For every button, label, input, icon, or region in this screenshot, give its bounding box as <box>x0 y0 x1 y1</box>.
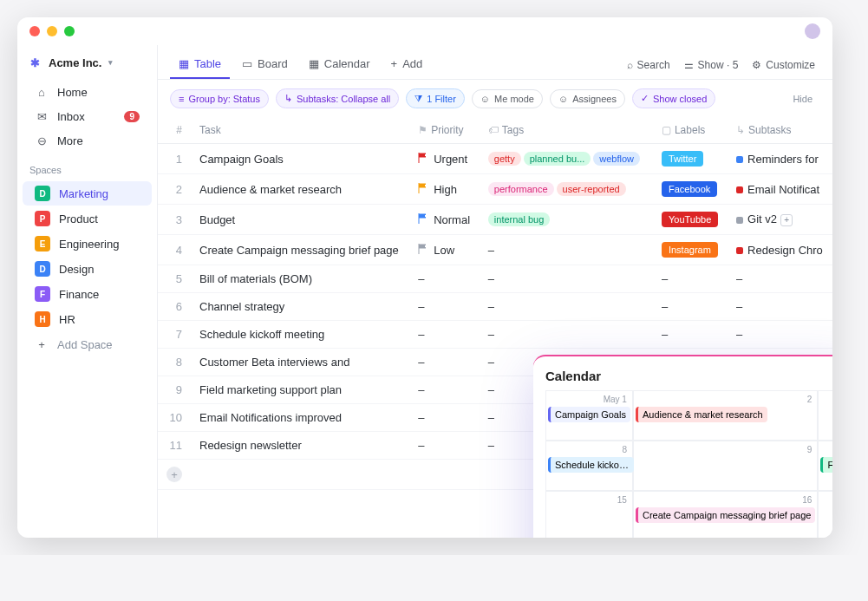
calendar-cell[interactable]: 17 <box>818 491 832 538</box>
task-name[interactable]: Budget <box>191 205 409 235</box>
calendar-cell[interactable]: 3 <box>818 390 832 441</box>
labels-cell[interactable]: Facebook <box>653 174 728 205</box>
labels-cell[interactable]: Instagram <box>653 235 728 265</box>
task-name[interactable]: Customer Beta interviews and <box>191 349 409 376</box>
priority-cell[interactable]: – <box>409 404 480 432</box>
labels-cell[interactable]: YouTubbe <box>653 205 728 235</box>
calendar-cell[interactable]: 2Audience & market research <box>633 390 818 441</box>
table-row[interactable]: 2 Audience & market research High perfor… <box>158 174 832 205</box>
show-button[interactable]: ⚌Show · 5 <box>679 56 744 75</box>
priority-cell[interactable]: – <box>409 265 480 293</box>
tag-chip[interactable]: planned bu... <box>524 152 591 166</box>
calendar-event[interactable]: Audience & market research <box>636 407 767 422</box>
priority-cell[interactable]: Low <box>409 235 480 265</box>
col-labels[interactable]: ▢Labels <box>653 117 728 144</box>
tag-chip[interactable]: getty <box>488 152 521 166</box>
priority-cell[interactable]: – <box>409 321 480 349</box>
calendar-cell[interactable]: 15 <box>545 491 633 538</box>
task-name[interactable]: Audience & market research <box>191 174 409 205</box>
label-chip[interactable]: Twitter <box>662 151 703 167</box>
label-chip[interactable]: Facebook <box>662 181 717 197</box>
tags-cell[interactable]: gettyplanned bu...webflow <box>480 144 653 174</box>
maximize-icon[interactable] <box>64 26 75 36</box>
subtasks-cell[interactable]: Email Notificat <box>728 174 832 205</box>
priority-cell[interactable]: – <box>409 293 480 321</box>
table-row[interactable]: 7 Schedule kickoff meeting – – – – <box>158 321 832 349</box>
task-name[interactable]: Field marketing support plan <box>191 376 409 404</box>
subtasks-cell[interactable]: – <box>728 293 832 321</box>
sidebar-item-product[interactable]: PProduct <box>23 206 152 231</box>
tag-chip[interactable]: webflow <box>593 152 640 166</box>
workspace-switcher[interactable]: ✱ Acme Inc. ▾ <box>17 50 157 80</box>
tags-cell[interactable]: internal bug <box>480 205 653 235</box>
hide-button[interactable]: Hide <box>785 90 820 108</box>
close-icon[interactable] <box>29 26 40 36</box>
task-name[interactable]: Redesign newsletter <box>191 432 409 460</box>
assignees-pill[interactable]: ☺Assignees <box>550 89 625 108</box>
customize-button[interactable]: ⚙Customize <box>747 56 820 75</box>
minimize-icon[interactable] <box>47 26 57 36</box>
sidebar-item-marketing[interactable]: DMarketing <box>23 181 152 206</box>
col-subtasks[interactable]: ↳Subtasks <box>728 117 832 144</box>
table-row[interactable]: 6 Channel strategy – – – – <box>158 293 832 321</box>
avatar[interactable] <box>805 23 820 39</box>
col-num[interactable]: # <box>158 117 191 144</box>
col-tags[interactable]: 🏷Tags <box>480 117 653 144</box>
sidebar-item-engineering[interactable]: EEngineering <box>23 232 152 256</box>
nav-more[interactable]: ⊖ More <box>23 128 152 153</box>
add-space-button[interactable]: + Add Space <box>23 333 152 356</box>
calendar-cell[interactable]: 9 <box>633 441 818 491</box>
calendar-event[interactable]: Schedule kickoff meeting <box>548 457 634 473</box>
label-chip[interactable]: YouTubbe <box>662 212 718 227</box>
sidebar-item-finance[interactable]: FFinance <box>23 282 152 306</box>
calendar-event[interactable]: Campaign Goals <box>548 407 630 422</box>
tags-cell[interactable]: – <box>480 265 653 293</box>
priority-cell[interactable]: High <box>409 174 480 205</box>
sidebar-item-design[interactable]: DDesign <box>23 257 152 281</box>
labels-cell[interactable]: – <box>653 265 728 293</box>
subtasks-cell[interactable]: – <box>728 321 832 349</box>
subtasks-pill[interactable]: ↳Subtasks: Collapse all <box>276 88 399 108</box>
tab-calendar[interactable]: ▦Calendar <box>300 50 379 79</box>
add-subtask-button[interactable]: + <box>780 214 793 226</box>
tag-chip[interactable]: user-reported <box>557 182 626 196</box>
group-by-pill[interactable]: ≡Group by: Status <box>170 89 269 108</box>
task-name[interactable]: Email Notifications improved <box>191 404 409 432</box>
labels-cell[interactable]: – <box>653 293 728 321</box>
tag-chip[interactable]: performance <box>488 182 554 196</box>
tags-cell[interactable]: performanceuser-reported <box>480 174 653 205</box>
tab-table[interactable]: ▦Table <box>170 50 230 79</box>
priority-cell[interactable]: Normal <box>409 205 480 235</box>
labels-cell[interactable]: – <box>653 321 728 349</box>
calendar-cell[interactable]: May 1Campaign Goals <box>545 390 633 441</box>
task-name[interactable]: Schedule kickoff meeting <box>191 321 409 349</box>
tags-cell[interactable]: – <box>480 293 653 321</box>
table-row[interactable]: 1 Campaign Goals Urgent gettyplanned bu.… <box>158 144 832 174</box>
table-row[interactable]: 5 Bill of materials (BOM) – – – – <box>158 265 832 293</box>
subtasks-cell[interactable]: Reminders for <box>728 144 832 174</box>
subtasks-cell[interactable]: – <box>728 265 832 293</box>
priority-cell[interactable]: Urgent <box>409 144 480 174</box>
nav-inbox[interactable]: ✉ Inbox 9 <box>23 104 152 128</box>
nav-home[interactable]: ⌂ Home <box>23 80 152 104</box>
table-row[interactable]: 4 Create Campaign messaging brief page L… <box>158 235 832 265</box>
col-task[interactable]: Task <box>191 117 409 144</box>
col-priority[interactable]: ⚑Priority <box>409 117 480 144</box>
calendar-cell[interactable]: 10Field marketing support <box>818 441 832 491</box>
tab-board[interactable]: ▭Board <box>233 50 297 79</box>
sidebar-item-hr[interactable]: HHR <box>23 307 152 331</box>
calendar-cell[interactable]: 8Schedule kickoff meeting <box>545 441 633 491</box>
subtasks-cell[interactable]: Git v2+ <box>728 205 832 235</box>
calendar-cell[interactable]: 16Create Campaign messaging brief page <box>633 491 818 538</box>
task-name[interactable]: Create Campaign messaging brief page <box>191 235 409 265</box>
subtasks-cell[interactable]: Redesign Chro <box>728 235 832 265</box>
me-mode-pill[interactable]: ☺Me mode <box>472 89 543 108</box>
calendar-event[interactable]: Create Campaign messaging brief page <box>636 507 815 523</box>
filter-pill[interactable]: ⧩1 Filter <box>406 88 465 108</box>
label-chip[interactable]: Instagram <box>662 242 718 258</box>
task-name[interactable]: Bill of materials (BOM) <box>191 265 409 293</box>
priority-cell[interactable]: – <box>409 432 480 460</box>
tab-add[interactable]: +Add <box>382 50 432 79</box>
search-button[interactable]: ⌕Search <box>622 56 675 75</box>
task-name[interactable]: Channel strategy <box>191 293 409 321</box>
